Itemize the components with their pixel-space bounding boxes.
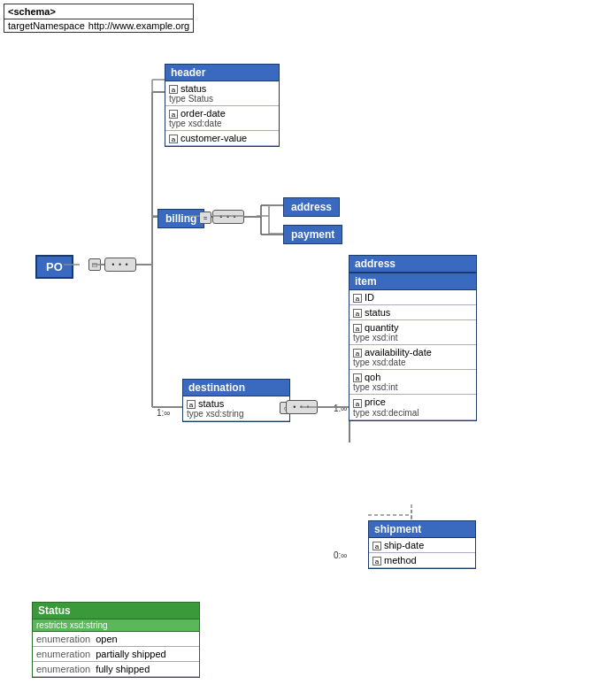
field-icon-shipdate: a: [372, 542, 381, 550]
address-node-title: address: [349, 256, 476, 273]
field-attr-status: status: [180, 83, 206, 94]
header-title: header: [165, 65, 279, 81]
field-icon-itemstatus: a: [353, 309, 362, 318]
po-connector-single: □: [88, 258, 101, 271]
status-enum-1: enumeration partially shipped: [33, 647, 199, 662]
item-field-availdate: aavailability-date type xsd:date: [349, 345, 476, 370]
connection-lines: [0, 0, 599, 700]
field-icon-qoh: a: [353, 373, 362, 382]
status-enum-2: enumeration fully shipped: [33, 662, 199, 677]
field-icon-price: a: [353, 399, 362, 408]
field-attr-customervalue: customer-value: [180, 133, 247, 143]
schema-box: <schema> targetNamespace http://www.exam…: [4, 4, 194, 33]
address-label-1-text: address: [291, 201, 332, 213]
field-icon-status: a: [169, 85, 178, 94]
item-field-quantity: aquantity type xsd:int: [349, 320, 476, 345]
shipment-field-method: amethod: [369, 553, 475, 568]
destination-fields: astatus type xsd:string: [183, 396, 289, 421]
billing-connector-single: =: [199, 212, 211, 224]
shipment-fields: aship-date amethod: [369, 538, 475, 568]
cardinality-addr: 1:∞: [334, 404, 347, 413]
header-field-customervalue: acustomer-value: [165, 131, 279, 146]
enum-val-1: partially shipped: [96, 649, 166, 659]
schema-title: <schema>: [4, 4, 193, 19]
svg-overlay-lines: [0, 0, 599, 700]
schema-namespace-row: targetNamespace http://www.example.org: [4, 19, 193, 32]
po-box[interactable]: PO: [35, 255, 73, 279]
item-field-price: aprice type xsd:decimal: [349, 395, 476, 419]
payment-label[interactable]: payment: [283, 225, 342, 244]
shipment-title: shipment: [369, 521, 475, 538]
field-icon-deststatus: a: [187, 400, 196, 409]
enum-key-1: enumeration: [36, 649, 90, 659]
namespace-value: http://www.example.org: [88, 20, 189, 31]
shipment-attr-method: method: [384, 555, 417, 565]
cardinality-shipment: 0:∞: [334, 550, 347, 560]
item-type-qoh: type xsd:int: [353, 382, 472, 392]
shipment-node[interactable]: shipment aship-date amethod: [368, 520, 476, 569]
item-attr-qoh: qoh: [365, 372, 380, 382]
field-attr-orderdate: order-date: [180, 108, 226, 119]
item-type-price: type xsd:decimal: [353, 408, 472, 418]
billing-sequence-connector: • • •: [212, 210, 244, 224]
enum-key-0: enumeration: [36, 634, 90, 644]
status-subtitle: restricts xsd:string: [33, 619, 199, 632]
shipment-field-shipdate: aship-date: [369, 538, 475, 553]
status-title: Status: [33, 603, 199, 619]
po-label: PO: [46, 260, 63, 273]
enum-val-0: open: [96, 634, 117, 644]
dest-sequence-connector: • • •: [286, 400, 318, 414]
destination-field-status: astatus type xsd:string: [183, 396, 289, 421]
item-attr-price: price: [365, 396, 386, 407]
address-node[interactable]: address item aID astatus aquantity type …: [349, 255, 477, 421]
header-field-status: astatus type Status: [165, 81, 279, 106]
item-fields: aID astatus aquantity type xsd:int aavai…: [349, 290, 476, 420]
field-type-orderdate: type xsd:date: [169, 119, 275, 128]
header-node[interactable]: header astatus type Status aorder-date t…: [165, 64, 280, 147]
item-type-quantity: type xsd:int: [353, 333, 472, 342]
status-box: Status restricts xsd:string enumeration …: [32, 602, 200, 678]
header-field-orderdate: aorder-date type xsd:date: [165, 106, 279, 131]
item-sub-node[interactable]: item aID astatus aquantity type xsd:int …: [349, 273, 476, 420]
enum-val-2: fully shipped: [96, 664, 150, 674]
address-label-1[interactable]: address: [283, 197, 340, 217]
item-title: item: [349, 273, 476, 290]
payment-label-text: payment: [291, 228, 334, 241]
item-attr-id: ID: [365, 292, 374, 303]
item-type-availdate: type xsd:date: [353, 358, 472, 367]
dest-type-status: type xsd:string: [187, 409, 286, 419]
field-icon-availdate: a: [353, 349, 362, 358]
field-icon-orderdate: a: [169, 110, 178, 119]
billing-label: billing: [165, 212, 196, 225]
field-icon-method: a: [372, 557, 381, 565]
dest-attr-status: status: [198, 398, 224, 409]
po-sequence-connector: • • •: [104, 258, 136, 272]
address-node-fields: item aID astatus aquantity type xsd:int …: [349, 273, 476, 420]
destination-title: destination: [183, 380, 289, 396]
diagram-area: <schema> targetNamespace http://www.exam…: [0, 0, 599, 700]
header-fields: astatus type Status aorder-date type xsd…: [165, 81, 279, 146]
enum-key-2: enumeration: [36, 664, 90, 674]
billing-box[interactable]: billing: [157, 209, 204, 228]
item-attr-availdate: availability-date: [365, 347, 432, 358]
field-icon-quantity: a: [353, 324, 362, 333]
field-icon-id: a: [353, 294, 362, 303]
item-field-status: astatus: [349, 305, 476, 320]
item-attr-quantity: quantity: [365, 322, 399, 333]
field-icon-customervalue: a: [169, 135, 178, 143]
destination-node[interactable]: destination astatus type xsd:string: [182, 379, 290, 422]
namespace-key: targetNamespace: [8, 20, 85, 31]
item-field-qoh: aqoh type xsd:int: [349, 370, 476, 395]
status-enum-0: enumeration open: [33, 632, 199, 647]
field-type-status: type Status: [169, 94, 275, 104]
item-field-id: aID: [349, 290, 476, 305]
cardinality-dest: 1:∞: [157, 408, 170, 418]
shipment-attr-shipdate: ship-date: [384, 540, 424, 550]
item-attr-status: status: [365, 307, 390, 318]
